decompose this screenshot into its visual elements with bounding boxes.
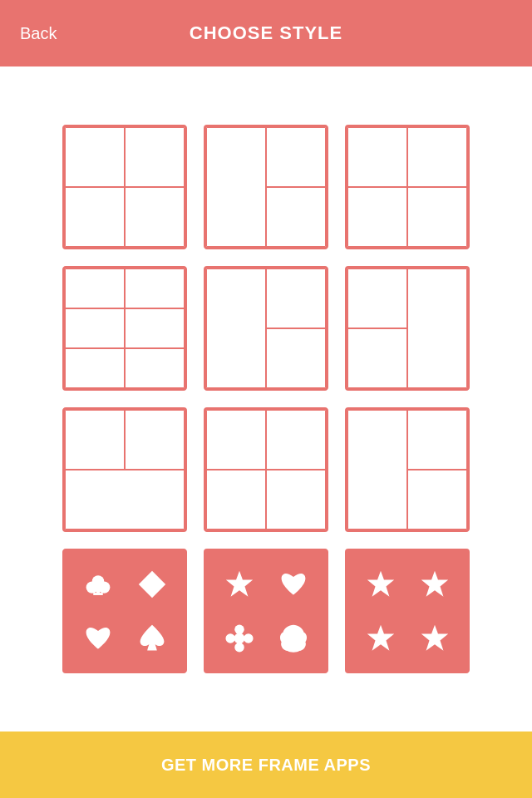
cell-small <box>266 268 326 328</box>
svg-point-11 <box>234 633 244 643</box>
star-icon-b <box>410 559 459 608</box>
style-card-3[interactable] <box>345 125 470 249</box>
diamond-icon <box>127 559 176 608</box>
style-card-9[interactable] <box>345 407 470 532</box>
style-card-7[interactable] <box>62 407 187 532</box>
cell <box>266 410 326 470</box>
svg-rect-4 <box>93 593 103 595</box>
cell-small <box>125 410 185 470</box>
cell <box>347 187 407 247</box>
grid-row-3 <box>62 407 470 532</box>
svg-point-8 <box>244 633 254 643</box>
svg-marker-15 <box>421 624 447 650</box>
cell <box>407 127 467 187</box>
grid-row-4 <box>62 549 470 673</box>
bottom-banner-label: GET MORE FRAME APPS <box>161 756 371 775</box>
svg-point-1 <box>86 581 97 593</box>
cell <box>125 187 185 247</box>
cell <box>206 470 266 530</box>
cell <box>266 470 326 530</box>
star-icon-c <box>356 613 405 663</box>
cell <box>65 348 125 388</box>
cell <box>65 268 125 308</box>
cell-small <box>407 470 467 530</box>
icon-grid-3 <box>347 551 467 671</box>
icon-grid-2 <box>206 551 326 671</box>
style-card-6[interactable] <box>345 266 470 391</box>
style-card-12[interactable] <box>345 549 470 673</box>
style-card-10[interactable] <box>62 549 187 673</box>
cell-big <box>206 127 266 247</box>
header-title: CHOOSE STYLE <box>190 22 342 44</box>
style-card-1[interactable] <box>62 125 187 249</box>
cell-wide <box>65 470 185 530</box>
cell-tall <box>407 268 467 388</box>
svg-marker-13 <box>421 570 447 596</box>
spade-icon <box>127 613 176 663</box>
cell <box>65 187 125 247</box>
star-icon <box>214 559 264 608</box>
style-card-2[interactable] <box>204 125 328 249</box>
grid-row-2 <box>62 266 470 391</box>
style-card-5[interactable] <box>204 266 328 391</box>
cell <box>65 308 125 348</box>
header: Back CHOOSE STYLE <box>0 0 532 66</box>
cell <box>125 348 185 388</box>
svg-point-7 <box>234 624 244 634</box>
club-icon <box>73 559 122 608</box>
cell-small <box>347 328 407 388</box>
star-icon-d <box>410 613 459 663</box>
cell-small <box>266 127 326 187</box>
cell-tall <box>347 410 407 530</box>
style-grid <box>0 66 532 732</box>
grid-row-1 <box>62 125 470 249</box>
svg-point-9 <box>234 643 244 653</box>
cell <box>206 410 266 470</box>
cell <box>347 127 407 187</box>
svg-rect-3 <box>96 585 99 593</box>
bottom-banner[interactable]: GET MORE FRAME APPS <box>0 732 532 798</box>
svg-point-10 <box>225 633 235 643</box>
cell-tall <box>206 268 266 388</box>
icon-grid <box>65 551 185 671</box>
cell-small <box>266 187 326 247</box>
svg-marker-6 <box>225 570 252 596</box>
svg-marker-12 <box>367 570 393 596</box>
heart-icon <box>73 613 122 663</box>
cell <box>125 308 185 348</box>
cell <box>407 187 467 247</box>
style-card-11[interactable] <box>204 549 328 673</box>
cell-small <box>266 328 326 388</box>
cell-small <box>65 410 125 470</box>
star-icon-a <box>356 559 405 608</box>
svg-marker-14 <box>367 624 393 650</box>
style-card-4[interactable] <box>62 266 187 391</box>
cell <box>125 127 185 187</box>
cell-small <box>407 410 467 470</box>
style-card-8[interactable] <box>204 407 328 532</box>
heart-icon-2 <box>268 559 318 608</box>
blob-icon <box>268 613 318 663</box>
svg-marker-5 <box>138 570 165 597</box>
back-button[interactable]: Back <box>20 24 57 43</box>
flower-icon <box>214 613 264 663</box>
cell <box>65 127 125 187</box>
cell <box>125 268 185 308</box>
cell-small <box>347 268 407 328</box>
